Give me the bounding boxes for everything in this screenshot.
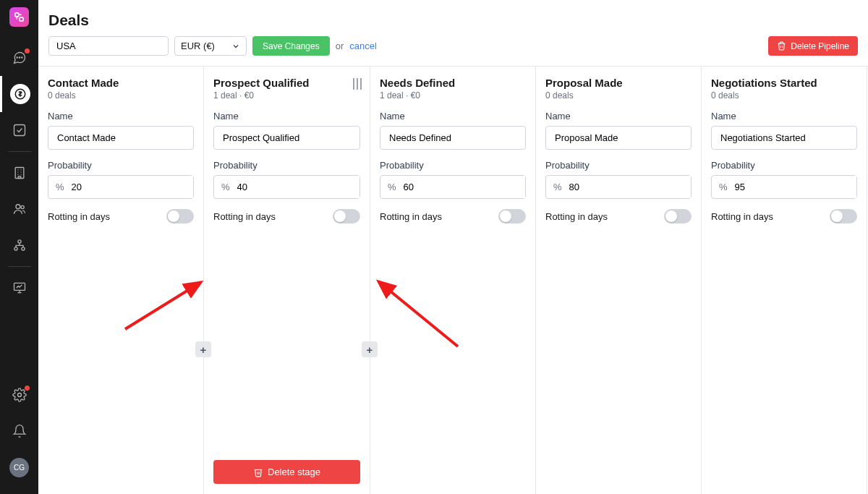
rotting-toggle[interactable] xyxy=(498,209,526,223)
add-stage-button[interactable]: + xyxy=(362,341,378,357)
bell-icon xyxy=(12,424,27,438)
svg-point-20 xyxy=(14,247,17,250)
org-chart-icon xyxy=(12,238,27,252)
rotting-label: Rotting in days xyxy=(380,211,442,222)
stage-meta: 1 deal · €0 xyxy=(213,90,360,101)
notification-dot xyxy=(25,386,30,391)
building-icon xyxy=(12,166,27,180)
currency-select[interactable]: EUR (€) xyxy=(174,36,247,56)
main: Deals EUR (€) Save Changes or cancel Del… xyxy=(38,0,868,494)
currency-value: EUR (€) xyxy=(181,41,215,51)
stage-column: Proposal Made 0 deals Name Probability %… xyxy=(536,67,702,494)
percent-prefix: % xyxy=(380,182,404,192)
sidebar-item-companies[interactable] xyxy=(0,155,38,191)
rotting-toggle[interactable] xyxy=(166,209,194,223)
probability-label: Probability xyxy=(711,160,857,171)
sidebar-item-tasks[interactable] xyxy=(0,112,38,148)
stage-title: Negotiations Started xyxy=(711,77,857,89)
sidebar-divider xyxy=(8,151,31,152)
column-header: Needs Defined 1 deal · €0 xyxy=(380,77,526,101)
rotting-toggle[interactable] xyxy=(664,209,692,223)
pipeline-name-input[interactable] xyxy=(48,36,169,56)
sidebar-item-settings[interactable] xyxy=(0,377,38,413)
add-stage-button[interactable]: + xyxy=(195,341,211,357)
drag-handle-icon[interactable] xyxy=(353,78,362,90)
svg-point-21 xyxy=(21,247,24,250)
svg-rect-1 xyxy=(20,17,23,21)
board: Contact Made 0 deals Name Probability % … xyxy=(38,67,868,494)
stage-name-input[interactable] xyxy=(380,126,526,150)
stage-meta: 1 deal · €0 xyxy=(380,90,526,101)
probability-input[interactable] xyxy=(569,176,691,198)
sidebar: CG xyxy=(0,0,38,494)
svg-rect-0 xyxy=(15,13,19,17)
probability-input[interactable] xyxy=(735,176,856,198)
probability-label: Probability xyxy=(545,160,692,171)
stage-name-input[interactable] xyxy=(545,126,692,150)
probability-input-wrap: % xyxy=(711,175,857,199)
name-label: Name xyxy=(711,111,857,122)
stage-column: Negotiations Started 0 deals Name Probab… xyxy=(702,67,867,494)
users-icon xyxy=(12,202,27,216)
rotting-label: Rotting in days xyxy=(48,211,110,222)
delete-stage-button[interactable]: Delete stage xyxy=(213,460,360,484)
stage-column: Prospect Qualified 1 deal · €0 Name Prob… xyxy=(204,67,370,494)
sidebar-divider xyxy=(8,266,31,267)
probability-input[interactable] xyxy=(72,176,193,198)
logo-icon xyxy=(14,12,25,22)
stage-meta: 0 deals xyxy=(711,90,857,101)
stage-title: Needs Defined xyxy=(380,77,526,89)
sidebar-item-notifications[interactable] xyxy=(0,413,38,449)
sidebar-avatar[interactable]: CG xyxy=(0,449,38,485)
svg-rect-26 xyxy=(353,78,354,90)
stage-title: Prospect Qualified xyxy=(213,77,360,89)
stage-meta: 0 deals xyxy=(48,90,194,101)
rotting-label: Rotting in days xyxy=(213,211,276,222)
stage-name-input[interactable] xyxy=(213,126,360,150)
stage-meta: 0 deals xyxy=(545,90,692,101)
svg-point-5 xyxy=(19,57,20,58)
probability-label: Probability xyxy=(213,160,360,171)
probability-input[interactable] xyxy=(237,176,359,198)
save-button[interactable]: Save Changes xyxy=(252,36,330,56)
sidebar-item-inbox[interactable] xyxy=(0,40,38,76)
app-logo[interactable] xyxy=(9,7,29,27)
rotting-row: Rotting in days xyxy=(380,209,526,223)
name-label: Name xyxy=(213,111,360,122)
svg-rect-28 xyxy=(360,78,362,90)
stage-name-input[interactable] xyxy=(711,126,857,150)
svg-point-17 xyxy=(16,205,20,209)
sidebar-item-org[interactable] xyxy=(0,227,38,263)
rotting-label: Rotting in days xyxy=(711,211,773,222)
dollar-icon xyxy=(14,88,27,101)
stage-title: Contact Made xyxy=(48,77,194,89)
rotting-toggle[interactable] xyxy=(333,209,360,223)
probability-input-wrap: % xyxy=(545,175,692,199)
page-header: Deals xyxy=(38,0,868,36)
check-square-icon xyxy=(12,123,27,137)
probability-input[interactable] xyxy=(404,176,525,198)
name-label: Name xyxy=(545,111,692,122)
probability-input-wrap: % xyxy=(48,175,194,199)
sidebar-item-deals[interactable] xyxy=(0,76,38,112)
column-header: Negotiations Started 0 deals xyxy=(711,77,857,101)
chevron-down-icon xyxy=(231,42,240,51)
cancel-link[interactable]: cancel xyxy=(349,41,377,51)
sidebar-item-contacts[interactable] xyxy=(0,191,38,227)
svg-rect-8 xyxy=(14,125,25,136)
sidebar-item-reports[interactable] xyxy=(0,270,38,306)
stage-name-input[interactable] xyxy=(48,126,194,150)
rotting-row: Rotting in days xyxy=(545,209,692,223)
svg-rect-27 xyxy=(357,78,358,90)
probability-input-wrap: % xyxy=(380,175,526,199)
column-header: Contact Made 0 deals xyxy=(48,77,194,101)
delete-pipeline-button[interactable]: Delete Pipeline xyxy=(768,36,858,56)
rotting-toggle[interactable] xyxy=(830,209,857,223)
svg-point-4 xyxy=(17,57,17,58)
presentation-icon xyxy=(12,281,27,295)
rotting-row: Rotting in days xyxy=(48,209,194,223)
chat-icon xyxy=(12,51,27,65)
user-avatar: CG xyxy=(9,458,29,477)
trash-icon xyxy=(253,467,263,477)
delete-stage-label: Delete stage xyxy=(268,467,320,477)
